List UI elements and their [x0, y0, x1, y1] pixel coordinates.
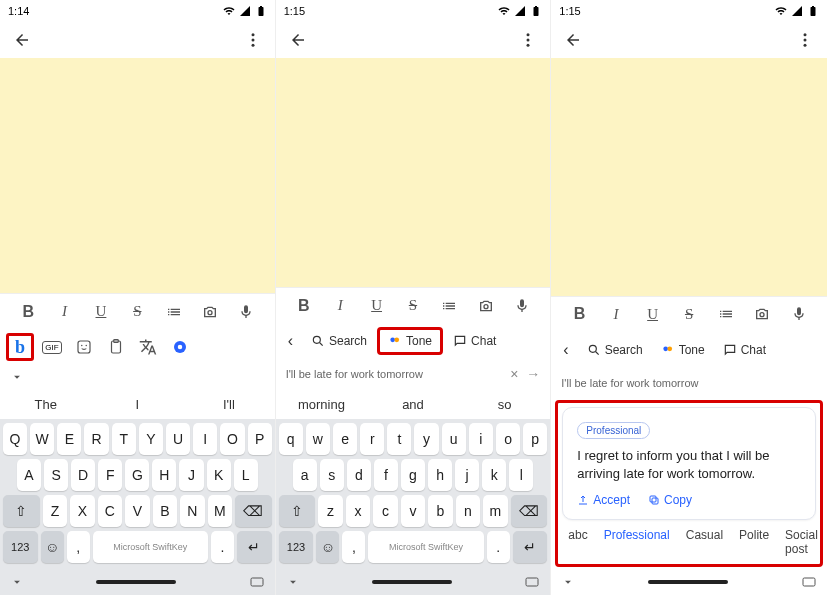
key-period[interactable]: .: [487, 531, 510, 563]
translate-button[interactable]: [134, 333, 162, 361]
location-button[interactable]: [166, 333, 194, 361]
suggestion-1[interactable]: morning: [276, 397, 368, 412]
submit-button[interactable]: →: [526, 366, 540, 382]
bold-button[interactable]: B: [568, 302, 592, 326]
more-menu[interactable]: [243, 30, 263, 50]
keyboard-switch-icon[interactable]: [524, 574, 540, 590]
key-k[interactable]: k: [482, 459, 506, 491]
key-space[interactable]: Microsoft SwiftKey: [368, 531, 483, 563]
note-canvas[interactable]: [0, 58, 275, 293]
key-o[interactable]: o: [496, 423, 520, 455]
suggestion-1[interactable]: The: [0, 397, 92, 412]
mic-button[interactable]: [234, 300, 258, 324]
key-v[interactable]: v: [401, 495, 425, 527]
key-period[interactable]: .: [211, 531, 234, 563]
key-enter[interactable]: ↵: [513, 531, 548, 563]
note-canvas[interactable]: [551, 58, 827, 296]
key-y[interactable]: y: [414, 423, 438, 455]
list-button[interactable]: [437, 294, 461, 318]
suggestion-3[interactable]: I'll: [183, 397, 275, 412]
key-a[interactable]: A: [17, 459, 41, 491]
key-h[interactable]: H: [152, 459, 176, 491]
key-emoji[interactable]: ☺: [316, 531, 339, 563]
key-j[interactable]: j: [455, 459, 479, 491]
key-z[interactable]: Z: [43, 495, 67, 527]
key-j[interactable]: J: [179, 459, 203, 491]
more-menu[interactable]: [795, 30, 815, 50]
key-w[interactable]: w: [306, 423, 330, 455]
key-u[interactable]: U: [166, 423, 190, 455]
camera-button[interactable]: [750, 302, 774, 326]
back-button[interactable]: [12, 30, 32, 50]
key-t[interactable]: t: [387, 423, 411, 455]
tone-tab-polite[interactable]: Polite: [739, 528, 769, 556]
list-button[interactable]: [714, 302, 738, 326]
nav-down-icon[interactable]: [10, 575, 24, 589]
camera-button[interactable]: [198, 300, 222, 324]
key-x[interactable]: x: [346, 495, 370, 527]
key-comma[interactable]: ,: [67, 531, 90, 563]
suggestion-2[interactable]: and: [367, 397, 459, 412]
home-gesture-pill[interactable]: [96, 580, 176, 584]
key-e[interactable]: e: [333, 423, 357, 455]
key-h[interactable]: h: [428, 459, 452, 491]
accept-button[interactable]: Accept: [577, 493, 630, 507]
action-tone[interactable]: Tone: [653, 339, 713, 361]
mic-button[interactable]: [510, 294, 534, 318]
italic-button[interactable]: I: [53, 300, 77, 324]
key-q[interactable]: q: [279, 423, 303, 455]
action-search[interactable]: Search: [579, 339, 651, 361]
clipboard-button[interactable]: [102, 333, 130, 361]
action-back[interactable]: ‹: [555, 337, 576, 363]
action-tone[interactable]: Tone: [377, 327, 443, 355]
action-back[interactable]: ‹: [280, 328, 301, 354]
key-i[interactable]: i: [469, 423, 493, 455]
mic-button[interactable]: [787, 302, 811, 326]
italic-button[interactable]: I: [604, 302, 628, 326]
bold-button[interactable]: B: [16, 300, 40, 324]
key-f[interactable]: f: [374, 459, 398, 491]
key-numbers[interactable]: 123: [279, 531, 314, 563]
key-k[interactable]: K: [207, 459, 231, 491]
strike-button[interactable]: S: [401, 294, 425, 318]
key-x[interactable]: X: [70, 495, 94, 527]
key-space[interactable]: Microsoft SwiftKey: [93, 531, 208, 563]
key-c[interactable]: c: [373, 495, 397, 527]
clear-button[interactable]: ×: [510, 366, 518, 382]
note-canvas[interactable]: [276, 58, 551, 287]
strike-button[interactable]: S: [125, 300, 149, 324]
bing-button[interactable]: b: [6, 333, 34, 361]
copy-button[interactable]: Copy: [648, 493, 692, 507]
back-button[interactable]: [563, 30, 583, 50]
key-l[interactable]: L: [234, 459, 258, 491]
key-b[interactable]: B: [153, 495, 177, 527]
key-z[interactable]: z: [318, 495, 342, 527]
collapse-button[interactable]: [10, 370, 24, 384]
key-r[interactable]: R: [84, 423, 108, 455]
underline-button[interactable]: U: [89, 300, 113, 324]
tone-tab-casual[interactable]: Casual: [686, 528, 723, 556]
key-backspace[interactable]: ⌫: [511, 495, 548, 527]
key-s[interactable]: S: [44, 459, 68, 491]
home-gesture-pill[interactable]: [648, 580, 728, 584]
key-n[interactable]: n: [456, 495, 480, 527]
key-c[interactable]: C: [98, 495, 122, 527]
key-w[interactable]: W: [30, 423, 54, 455]
key-f[interactable]: F: [98, 459, 122, 491]
nav-down-icon[interactable]: [561, 575, 575, 589]
nav-down-icon[interactable]: [286, 575, 300, 589]
more-menu[interactable]: [518, 30, 538, 50]
key-m[interactable]: m: [483, 495, 507, 527]
tone-tab-professional[interactable]: Professional: [604, 528, 670, 556]
action-chat[interactable]: Chat: [715, 339, 774, 361]
list-button[interactable]: [162, 300, 186, 324]
key-n[interactable]: N: [180, 495, 204, 527]
key-p[interactable]: p: [523, 423, 547, 455]
key-r[interactable]: r: [360, 423, 384, 455]
key-v[interactable]: V: [125, 495, 149, 527]
key-shift[interactable]: ⇧: [279, 495, 316, 527]
camera-button[interactable]: [474, 294, 498, 318]
underline-button[interactable]: U: [641, 302, 665, 326]
italic-button[interactable]: I: [328, 294, 352, 318]
key-l[interactable]: l: [509, 459, 533, 491]
